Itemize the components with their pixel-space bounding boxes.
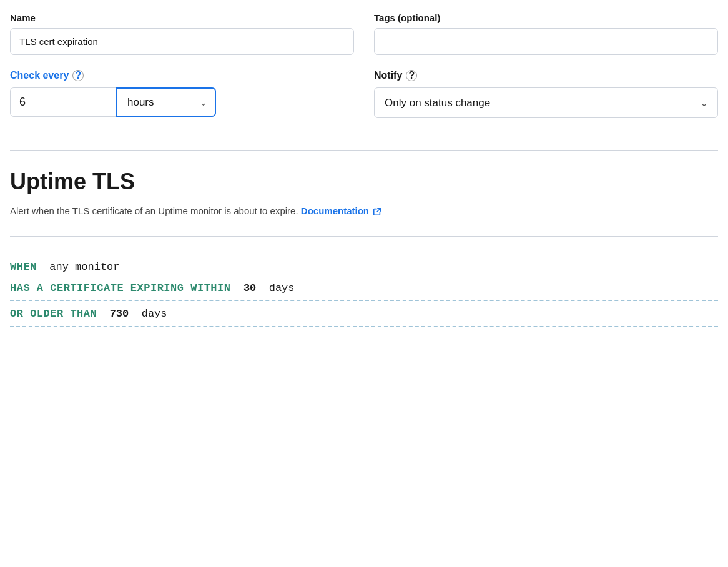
notify-select-wrapper: Only on status change Always Never ⌄ (374, 87, 718, 118)
has-keyword: HAS A CERTIFICATE EXPIRING WITHIN (10, 282, 231, 294)
when-keyword: WHEN (10, 261, 37, 273)
external-link-icon (373, 207, 381, 216)
or-unit: days (135, 308, 167, 320)
or-value: 730 (103, 308, 135, 320)
notify-label: Notify (374, 70, 402, 81)
or-keyword: OR OLDER THAN (10, 308, 97, 320)
unit-select[interactable]: minutes hours days (116, 87, 216, 117)
has-unit: days (263, 282, 295, 294)
uptime-tls-section: Uptime TLS Alert when the TLS certificat… (10, 169, 718, 219)
has-value: 30 (237, 282, 263, 294)
documentation-link[interactable]: Documentation (301, 205, 369, 216)
check-every-help-icon[interactable]: ? (72, 70, 84, 81)
tags-label: Tags (optional) (374, 12, 718, 23)
tags-input[interactable] (374, 28, 718, 55)
divider-2 (10, 236, 718, 237)
when-condition-line: WHEN any monitor (10, 259, 718, 275)
name-label: Name (10, 12, 354, 23)
check-every-label: Check every (10, 70, 69, 81)
divider-1 (10, 150, 718, 151)
notify-select[interactable]: Only on status change Always Never (374, 87, 718, 118)
condition-block: WHEN any monitor HAS A CERTIFICATE EXPIR… (10, 259, 718, 327)
when-text: any monitor (43, 261, 119, 273)
or-condition-line: OR OLDER THAN 730 days (10, 306, 718, 327)
has-condition-line: HAS A CERTIFICATE EXPIRING WITHIN 30 day… (10, 280, 718, 302)
check-every-number-input[interactable] (10, 87, 116, 117)
name-input[interactable] (10, 28, 354, 55)
section-title: Uptime TLS (10, 169, 718, 195)
unit-select-wrapper: minutes hours days ⌄ (116, 87, 216, 117)
notify-help-icon[interactable]: ? (406, 70, 417, 81)
section-description: Alert when the TLS certificate of an Upt… (10, 204, 718, 219)
